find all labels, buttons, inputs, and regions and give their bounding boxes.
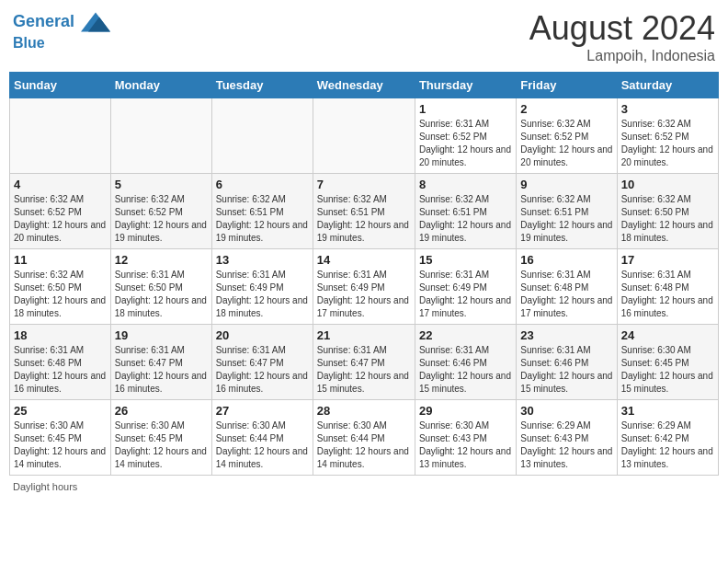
day-info: Sunrise: 6:31 AM Sunset: 6:52 PM Dayligh… xyxy=(419,118,512,169)
day-info: Sunrise: 6:32 AM Sunset: 6:50 PM Dayligh… xyxy=(621,193,714,245)
calendar-cell: 19Sunrise: 6:31 AM Sunset: 6:47 PM Dayli… xyxy=(110,325,211,400)
day-number: 4 xyxy=(14,178,107,191)
day-info: Sunrise: 6:30 AM Sunset: 6:43 PM Dayligh… xyxy=(419,419,512,471)
calendar-cell: 10Sunrise: 6:32 AM Sunset: 6:50 PM Dayli… xyxy=(617,174,718,249)
logo-text: General xyxy=(13,9,110,35)
day-number: 3 xyxy=(621,102,714,116)
calendar-cell: 18Sunrise: 6:31 AM Sunset: 6:48 PM Dayli… xyxy=(10,325,111,400)
day-number: 30 xyxy=(520,404,612,418)
calendar-cell: 2Sunrise: 6:32 AM Sunset: 6:52 PM Daylig… xyxy=(517,98,617,174)
day-number: 19 xyxy=(115,328,208,342)
day-info: Sunrise: 6:29 AM Sunset: 6:43 PM Dayligh… xyxy=(520,419,612,471)
day-number: 29 xyxy=(419,404,512,418)
calendar-cell: 30Sunrise: 6:29 AM Sunset: 6:43 PM Dayli… xyxy=(517,400,617,476)
day-info: Sunrise: 6:32 AM Sunset: 6:52 PM Dayligh… xyxy=(621,118,714,169)
day-number: 9 xyxy=(520,178,612,191)
day-number: 24 xyxy=(621,328,714,342)
day-number: 22 xyxy=(419,328,512,342)
day-info: Sunrise: 6:31 AM Sunset: 6:48 PM Dayligh… xyxy=(520,269,612,320)
calendar-cell xyxy=(10,98,111,174)
day-number: 25 xyxy=(14,404,107,418)
calendar-cell: 6Sunrise: 6:32 AM Sunset: 6:51 PM Daylig… xyxy=(211,174,313,249)
calendar-cell: 29Sunrise: 6:30 AM Sunset: 6:43 PM Dayli… xyxy=(415,400,516,476)
calendar-cell xyxy=(110,98,211,174)
calendar-cell: 7Sunrise: 6:32 AM Sunset: 6:51 PM Daylig… xyxy=(313,174,415,249)
calendar-cell: 13Sunrise: 6:31 AM Sunset: 6:49 PM Dayli… xyxy=(211,249,313,325)
calendar-cell: 31Sunrise: 6:29 AM Sunset: 6:42 PM Dayli… xyxy=(617,400,718,476)
calendar-cell: 27Sunrise: 6:30 AM Sunset: 6:44 PM Dayli… xyxy=(211,400,313,476)
header-day-monday: Monday xyxy=(110,73,211,98)
day-number: 17 xyxy=(621,253,714,267)
day-number: 31 xyxy=(621,404,714,418)
day-info: Sunrise: 6:31 AM Sunset: 6:48 PM Dayligh… xyxy=(14,344,107,396)
day-info: Sunrise: 6:31 AM Sunset: 6:47 PM Dayligh… xyxy=(216,344,309,396)
week-row-2: 4Sunrise: 6:32 AM Sunset: 6:52 PM Daylig… xyxy=(10,174,719,249)
calendar-cell: 1Sunrise: 6:31 AM Sunset: 6:52 PM Daylig… xyxy=(415,98,516,174)
day-number: 18 xyxy=(14,328,107,342)
day-number: 13 xyxy=(216,253,309,267)
logo-blue: Blue xyxy=(13,35,110,52)
calendar-cell: 9Sunrise: 6:32 AM Sunset: 6:51 PM Daylig… xyxy=(517,174,617,249)
day-info: Sunrise: 6:31 AM Sunset: 6:48 PM Dayligh… xyxy=(621,269,714,320)
calendar-cell: 22Sunrise: 6:31 AM Sunset: 6:46 PM Dayli… xyxy=(415,325,516,400)
title-section: August 2024 Lampoih, Indonesia xyxy=(529,9,715,64)
calendar-cell: 28Sunrise: 6:30 AM Sunset: 6:44 PM Dayli… xyxy=(313,400,415,476)
day-number: 2 xyxy=(520,102,612,116)
week-row-4: 18Sunrise: 6:31 AM Sunset: 6:48 PM Dayli… xyxy=(10,325,719,400)
day-info: Sunrise: 6:30 AM Sunset: 6:44 PM Dayligh… xyxy=(216,419,309,471)
day-info: Sunrise: 6:32 AM Sunset: 6:51 PM Dayligh… xyxy=(317,193,411,245)
day-number: 28 xyxy=(317,404,411,418)
calendar-table: SundayMondayTuesdayWednesdayThursdayFrid… xyxy=(9,72,719,476)
day-info: Sunrise: 6:32 AM Sunset: 6:51 PM Dayligh… xyxy=(216,193,309,245)
day-info: Sunrise: 6:31 AM Sunset: 6:46 PM Dayligh… xyxy=(419,344,512,396)
day-info: Sunrise: 6:31 AM Sunset: 6:49 PM Dayligh… xyxy=(216,269,309,320)
day-info: Sunrise: 6:32 AM Sunset: 6:52 PM Dayligh… xyxy=(520,118,612,169)
day-info: Sunrise: 6:31 AM Sunset: 6:49 PM Dayligh… xyxy=(317,269,411,320)
day-info: Sunrise: 6:30 AM Sunset: 6:45 PM Dayligh… xyxy=(621,344,714,396)
day-info: Sunrise: 6:30 AM Sunset: 6:45 PM Dayligh… xyxy=(14,419,107,471)
calendar-cell: 17Sunrise: 6:31 AM Sunset: 6:48 PM Dayli… xyxy=(617,249,718,325)
day-number: 1 xyxy=(419,102,512,116)
day-info: Sunrise: 6:32 AM Sunset: 6:51 PM Dayligh… xyxy=(419,193,512,245)
calendar-cell: 20Sunrise: 6:31 AM Sunset: 6:47 PM Dayli… xyxy=(211,325,313,400)
calendar-cell: 15Sunrise: 6:31 AM Sunset: 6:49 PM Dayli… xyxy=(415,249,516,325)
footer-note: Daylight hours xyxy=(9,481,719,492)
week-row-1: 1Sunrise: 6:31 AM Sunset: 6:52 PM Daylig… xyxy=(10,98,719,174)
day-number: 8 xyxy=(419,178,512,191)
day-info: Sunrise: 6:32 AM Sunset: 6:50 PM Dayligh… xyxy=(14,269,107,320)
week-row-5: 25Sunrise: 6:30 AM Sunset: 6:45 PM Dayli… xyxy=(10,400,719,476)
calendar-cell xyxy=(313,98,415,174)
day-info: Sunrise: 6:30 AM Sunset: 6:45 PM Dayligh… xyxy=(115,419,208,471)
header-day-tuesday: Tuesday xyxy=(211,73,313,98)
page-header: General Blue August 2024 Lampoih, Indone… xyxy=(9,9,719,64)
day-info: Sunrise: 6:31 AM Sunset: 6:50 PM Dayligh… xyxy=(115,269,208,320)
day-info: Sunrise: 6:29 AM Sunset: 6:42 PM Dayligh… xyxy=(621,419,714,471)
header-day-sunday: Sunday xyxy=(10,73,111,98)
daylight-label: Daylight hours xyxy=(13,481,77,492)
day-number: 23 xyxy=(520,328,612,342)
day-info: Sunrise: 6:30 AM Sunset: 6:44 PM Dayligh… xyxy=(317,419,411,471)
header-day-wednesday: Wednesday xyxy=(313,73,415,98)
day-info: Sunrise: 6:31 AM Sunset: 6:49 PM Dayligh… xyxy=(419,269,512,320)
day-number: 26 xyxy=(115,404,208,418)
calendar-cell: 3Sunrise: 6:32 AM Sunset: 6:52 PM Daylig… xyxy=(617,98,718,174)
calendar-cell xyxy=(211,98,313,174)
day-number: 11 xyxy=(14,253,107,267)
day-info: Sunrise: 6:32 AM Sunset: 6:52 PM Dayligh… xyxy=(14,193,107,245)
calendar-cell: 26Sunrise: 6:30 AM Sunset: 6:45 PM Dayli… xyxy=(110,400,211,476)
month-year: August 2024 xyxy=(529,9,715,48)
day-number: 6 xyxy=(216,178,309,191)
day-number: 27 xyxy=(216,404,309,418)
calendar-cell: 11Sunrise: 6:32 AM Sunset: 6:50 PM Dayli… xyxy=(10,249,111,325)
day-number: 7 xyxy=(317,178,411,191)
calendar-cell: 16Sunrise: 6:31 AM Sunset: 6:48 PM Dayli… xyxy=(517,249,617,325)
day-number: 10 xyxy=(621,178,714,191)
header-day-thursday: Thursday xyxy=(415,73,516,98)
calendar-cell: 8Sunrise: 6:32 AM Sunset: 6:51 PM Daylig… xyxy=(415,174,516,249)
calendar-cell: 25Sunrise: 6:30 AM Sunset: 6:45 PM Dayli… xyxy=(10,400,111,476)
day-number: 20 xyxy=(216,328,309,342)
calendar-cell: 23Sunrise: 6:31 AM Sunset: 6:46 PM Dayli… xyxy=(517,325,617,400)
logo: General Blue xyxy=(13,9,110,52)
day-info: Sunrise: 6:31 AM Sunset: 6:47 PM Dayligh… xyxy=(115,344,208,396)
week-row-3: 11Sunrise: 6:32 AM Sunset: 6:50 PM Dayli… xyxy=(10,249,719,325)
